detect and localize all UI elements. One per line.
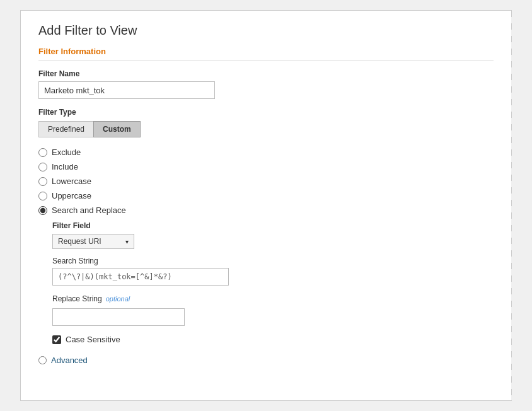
- radio-include-label: Include: [52, 162, 78, 171]
- radio-search-replace-label: Search and Replace: [52, 206, 126, 215]
- radio-lowercase[interactable]: Lowercase: [38, 177, 494, 186]
- replace-string-input[interactable]: [52, 308, 185, 326]
- filter-type-radio-group: Exclude Include Lowercase Uppercase Sear…: [38, 148, 494, 215]
- page-container: Add Filter to View Filter Information Fi…: [0, 0, 532, 411]
- search-string-input[interactable]: [52, 268, 229, 286]
- search-replace-subsection: Filter Field Request URI ▾ Search String…: [52, 221, 494, 344]
- advanced-row: Advanced: [38, 356, 494, 365]
- radio-exclude-input[interactable]: [38, 148, 47, 157]
- replace-string-label: Replace String: [52, 294, 102, 303]
- advanced-link[interactable]: Advanced: [51, 356, 88, 365]
- filter-name-input[interactable]: [38, 81, 215, 99]
- replace-string-group: Replace String optional: [52, 294, 494, 326]
- radio-include[interactable]: Include: [38, 162, 494, 171]
- radio-uppercase-input[interactable]: [38, 192, 47, 200]
- section-title: Filter Information: [38, 47, 494, 61]
- search-string-group: Search String: [52, 257, 494, 286]
- card: Add Filter to View Filter Information Fi…: [20, 10, 512, 401]
- filter-type-group: Filter Type Predefined Custom: [38, 108, 494, 137]
- replace-optional-text: optional: [106, 295, 130, 303]
- radio-search-replace[interactable]: Search and Replace: [38, 206, 494, 215]
- advanced-radio[interactable]: [38, 356, 47, 364]
- btn-custom[interactable]: Custom: [93, 121, 141, 137]
- case-sensitive-checkbox[interactable]: [52, 335, 61, 344]
- page-title: Add Filter to View: [38, 23, 494, 38]
- filter-type-btn-group: Predefined Custom: [38, 121, 494, 137]
- btn-predefined[interactable]: Predefined: [38, 121, 93, 137]
- filter-field-value: Request URI: [58, 237, 101, 246]
- radio-lowercase-input[interactable]: [38, 177, 47, 186]
- filter-type-label: Filter Type: [38, 108, 494, 117]
- filter-field-label: Filter Field: [52, 221, 494, 230]
- replace-label-row: Replace String optional: [52, 294, 494, 306]
- radio-uppercase-label: Uppercase: [52, 191, 91, 200]
- radio-search-replace-input[interactable]: [38, 206, 47, 215]
- radio-lowercase-label: Lowercase: [52, 177, 91, 186]
- dropdown-arrow-icon: ▾: [125, 238, 129, 245]
- filter-name-group: Filter Name: [38, 69, 494, 99]
- radio-include-input[interactable]: [38, 163, 47, 171]
- filter-field-dropdown[interactable]: Request URI ▾: [52, 234, 134, 249]
- radio-exclude-label: Exclude: [52, 148, 81, 157]
- search-string-label: Search String: [52, 257, 494, 265]
- radio-exclude[interactable]: Exclude: [38, 148, 494, 157]
- case-sensitive-label: Case Sensitive: [66, 335, 120, 344]
- filter-name-label: Filter Name: [38, 69, 494, 78]
- case-sensitive-row: Case Sensitive: [52, 335, 494, 344]
- radio-uppercase[interactable]: Uppercase: [38, 191, 494, 200]
